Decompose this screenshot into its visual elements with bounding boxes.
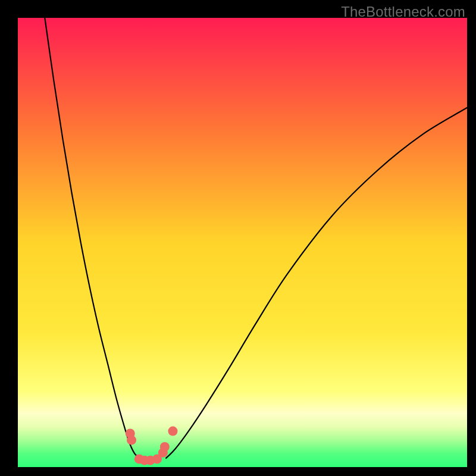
data-marker [160,442,170,452]
watermark-text: TheBottleneck.com [341,4,465,20]
plot-area [18,18,467,467]
data-marker [127,436,136,445]
chart-frame: TheBottleneck.com [0,0,476,476]
data-marker [168,427,177,436]
gradient-background [18,18,467,467]
plot-svg [18,18,467,467]
